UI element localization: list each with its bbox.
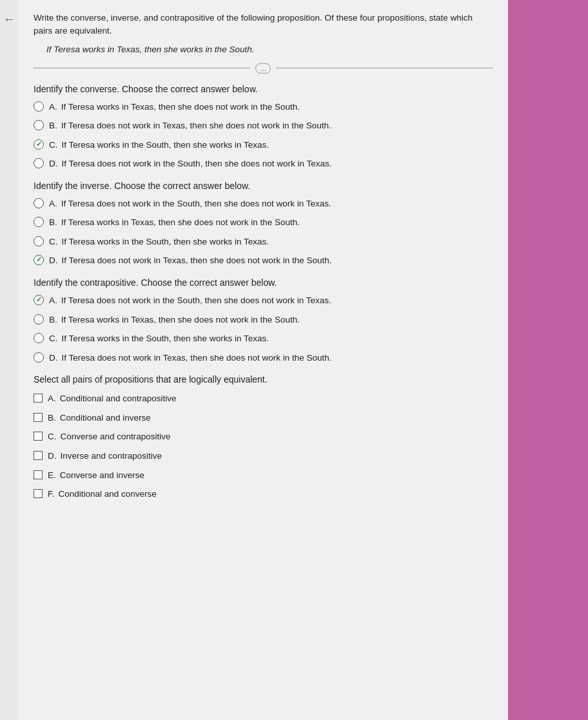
equivalent-text-c: Converse and contrapositive — [61, 430, 493, 443]
equivalent-option-d[interactable]: D. Inverse and contrapositive — [34, 450, 493, 463]
equivalent-checkbox-f[interactable] — [34, 489, 43, 498]
instruction-text: Write the converse, inverse, and contrap… — [34, 12, 493, 38]
converse-option-d[interactable]: D. If Teresa does not work in the South,… — [34, 157, 493, 170]
equivalent-option-a[interactable]: A. Conditional and contrapositive — [34, 392, 493, 405]
contrapositive-text-b: If Teresa works in Texas, then she does … — [61, 314, 493, 326]
contrapositive-radio-d[interactable] — [34, 352, 44, 363]
contrapositive-option-b[interactable]: B. If Teresa works in Texas, then she do… — [34, 314, 493, 326]
inverse-options: A. If Teresa does not work in the South,… — [34, 197, 493, 267]
equivalent-option-e[interactable]: E. Converse and inverse — [34, 469, 493, 482]
equivalent-letter-b: B. — [48, 412, 56, 425]
contrapositive-radio-a[interactable] — [34, 295, 44, 305]
converse-radio-a[interactable] — [34, 101, 44, 112]
converse-option-a[interactable]: A. If Teresa works in Texas, then she do… — [34, 101, 493, 114]
equivalent-text-a: Conditional and contrapositive — [60, 392, 493, 405]
inverse-radio-b[interactable] — [34, 217, 44, 227]
equivalent-option-f[interactable]: F. Conditional and converse — [34, 488, 493, 501]
divider-dots: ... — [255, 63, 270, 74]
equivalent-checkbox-a[interactable] — [34, 394, 43, 403]
main-content: Write the converse, inverse, and contrap… — [18, 0, 508, 720]
inverse-radio-c[interactable] — [34, 236, 44, 246]
inverse-option-a[interactable]: A. If Teresa does not work in the South,… — [34, 197, 493, 210]
converse-radio-b[interactable] — [34, 120, 44, 130]
inverse-text-b: If Teresa works in Texas, then she does … — [61, 216, 493, 229]
inverse-radio-d[interactable] — [34, 255, 44, 265]
inverse-letter-b: B. — [49, 216, 57, 229]
equivalent-text-e: Converse and inverse — [60, 469, 493, 482]
left-bar: ← — [0, 0, 18, 720]
contrapositive-radio-b[interactable] — [34, 314, 44, 325]
inverse-text-d: If Teresa does not work in Texas, then s… — [62, 254, 493, 267]
equivalent-option-c[interactable]: C. Converse and contrapositive — [34, 430, 493, 443]
inverse-option-b[interactable]: B. If Teresa works in Texas, then she do… — [34, 216, 493, 229]
contrapositive-option-c[interactable]: C. If Teresa works in the South, then sh… — [34, 332, 493, 345]
inverse-text-c: If Teresa works in the South, then she w… — [62, 235, 493, 248]
converse-letter-b: B. — [49, 119, 57, 132]
contrapositive-option-a[interactable]: A. If Teresa does not work in the South,… — [34, 294, 493, 307]
converse-options: A. If Teresa works in Texas, then she do… — [34, 101, 493, 170]
contrapositive-letter-b: B. — [49, 314, 57, 326]
equivalent-letter-d: D. — [48, 450, 57, 463]
converse-letter-c: C. — [49, 139, 58, 152]
contrapositive-text-d: If Teresa does not work in Texas, then s… — [62, 352, 493, 365]
equivalent-text-d: Inverse and contrapositive — [61, 450, 493, 463]
equivalent-checkbox-b[interactable] — [34, 413, 43, 422]
converse-letter-d: D. — [49, 157, 58, 170]
equivalent-letter-e: E. — [48, 469, 56, 482]
contrapositive-radio-c[interactable] — [34, 333, 44, 343]
converse-text-a: If Teresa works in Texas, then she does … — [61, 101, 493, 114]
inverse-option-d[interactable]: D. If Teresa does not work in Texas, the… — [34, 254, 493, 267]
equivalent-label: Select all pairs of propositions that ar… — [34, 374, 493, 385]
equivalent-letter-f: F. — [48, 488, 55, 501]
equivalent-checkbox-e[interactable] — [34, 470, 43, 479]
converse-option-c[interactable]: C. If Teresa works in the South, then sh… — [34, 139, 493, 152]
contrapositive-letter-a: A. — [49, 294, 57, 307]
inverse-text-a: If Teresa does not work in the South, th… — [61, 197, 493, 210]
inverse-option-c[interactable]: C. If Teresa works in the South, then sh… — [34, 235, 493, 248]
contrapositive-letter-d: D. — [49, 352, 58, 365]
equivalent-option-b[interactable]: B. Conditional and inverse — [34, 412, 493, 425]
proposition-text: If Teresa works in Texas, then she works… — [46, 45, 493, 54]
equivalent-letter-c: C. — [48, 430, 57, 443]
equivalent-checkbox-d[interactable] — [34, 451, 43, 460]
converse-radio-c[interactable] — [34, 139, 44, 150]
equivalent-options: A. Conditional and contrapositive B. Con… — [34, 392, 493, 500]
contrapositive-text-c: If Teresa works in the South, then she w… — [62, 332, 493, 345]
inverse-label: Identify the inverse. Choose the correct… — [34, 181, 493, 191]
inverse-letter-d: D. — [49, 254, 58, 267]
contrapositive-options: A. If Teresa does not work in the South,… — [34, 294, 493, 364]
divider-line-left — [34, 68, 250, 68]
converse-option-b[interactable]: B. If Teresa does not work in Texas, the… — [34, 119, 493, 132]
converse-text-d: If Teresa does not work in the South, th… — [62, 157, 493, 170]
inverse-radio-a[interactable] — [34, 198, 44, 208]
contrapositive-text-a: If Teresa does not work in the South, th… — [61, 294, 493, 307]
right-panel — [508, 0, 588, 720]
equivalent-text-f: Conditional and converse — [59, 488, 493, 501]
equivalent-checkbox-c[interactable] — [34, 432, 43, 441]
converse-radio-d[interactable] — [34, 158, 44, 168]
converse-label: Identify the converse. Choose the correc… — [34, 84, 493, 94]
inverse-letter-c: C. — [49, 235, 58, 248]
equivalent-text-b: Conditional and inverse — [60, 412, 493, 425]
converse-letter-a: A. — [49, 101, 57, 114]
divider-line-right — [276, 68, 493, 68]
back-arrow-icon[interactable]: ← — [3, 13, 15, 26]
contrapositive-option-d[interactable]: D. If Teresa does not work in Texas, the… — [34, 352, 493, 365]
converse-text-b: If Teresa does not work in Texas, then s… — [61, 119, 493, 132]
converse-text-c: If Teresa works in the South, then she w… — [62, 139, 493, 152]
divider: ... — [34, 63, 493, 74]
equivalent-letter-a: A. — [48, 392, 56, 405]
inverse-letter-a: A. — [49, 197, 57, 210]
contrapositive-label: Identify the contrapositive. Choose the … — [34, 277, 493, 288]
contrapositive-letter-c: C. — [49, 332, 58, 345]
